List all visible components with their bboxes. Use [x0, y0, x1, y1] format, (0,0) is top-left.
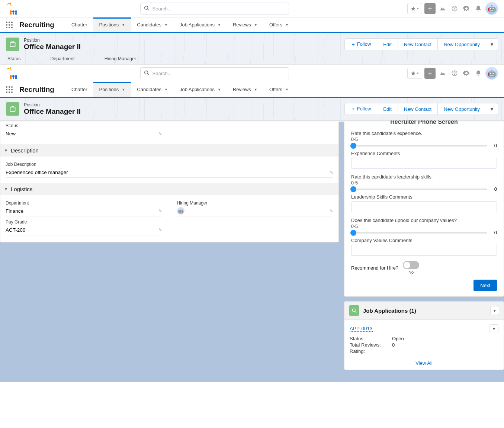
- pencil-icon[interactable]: ✎: [158, 131, 162, 136]
- edit-button[interactable]: Edit: [377, 103, 398, 115]
- nav-tab-reviews[interactable]: Reviews▼: [227, 17, 263, 32]
- slider-thumb[interactable]: [350, 186, 356, 192]
- pencil-icon[interactable]: ✎: [330, 209, 333, 214]
- setup-icon[interactable]: [462, 68, 471, 78]
- question-experience: Rate this candidate's experience. 0-5 0 …: [351, 131, 497, 169]
- nav-tab-reviews[interactable]: Reviews▼: [227, 82, 263, 97]
- nav-tab-chatter[interactable]: Chatter: [65, 82, 93, 97]
- field-label: Pay Grade: [6, 219, 162, 225]
- view-all-link[interactable]: View All: [415, 360, 432, 366]
- nav-tab-label: Chatter: [71, 87, 87, 92]
- chevron-down-icon[interactable]: ▼: [254, 23, 257, 27]
- user-avatar[interactable]: 🤖: [485, 2, 498, 15]
- chevron-down-icon[interactable]: ▼: [254, 88, 257, 91]
- user-avatar-icon: 🤖: [177, 207, 184, 215]
- global-search-input[interactable]: [140, 3, 289, 15]
- more-actions-button[interactable]: ▼: [486, 103, 498, 115]
- leadership-comments-input[interactable]: [351, 201, 497, 212]
- global-actions-button[interactable]: [424, 68, 436, 79]
- follow-button[interactable]: ＋Follow: [344, 103, 378, 115]
- help-icon[interactable]: [450, 4, 459, 13]
- nav-tab-label: Offers: [269, 22, 282, 28]
- slider-thumb[interactable]: [350, 143, 356, 149]
- chevron-down-icon[interactable]: ▼: [164, 88, 168, 91]
- help-icon[interactable]: [450, 68, 459, 78]
- svg-rect-18: [10, 42, 15, 47]
- chevron-down-icon[interactable]: ▼: [218, 88, 221, 91]
- nav-tab-chatter[interactable]: Chatter: [65, 17, 93, 32]
- field-department[interactable]: Department Finance ✎: [6, 200, 162, 216]
- next-button[interactable]: Next: [473, 280, 497, 291]
- favorites-button[interactable]: ▾: [407, 3, 422, 14]
- new-opportunity-button[interactable]: New Opportunity: [438, 103, 486, 115]
- app-launcher-icon[interactable]: [4, 85, 14, 94]
- nav-tab-positions[interactable]: Positions▼: [93, 82, 131, 97]
- nav-tab-positions[interactable]: Positions▼: [93, 17, 131, 32]
- notifications-icon[interactable]: [473, 68, 483, 78]
- leadership-slider[interactable]: [351, 189, 487, 190]
- chevron-down-icon[interactable]: ▼: [122, 88, 125, 91]
- global-header-sticky: ▾ 🤖: [0, 65, 504, 82]
- new-opportunity-button[interactable]: New Opportunity: [438, 38, 486, 50]
- svg-point-19: [10, 75, 12, 77]
- nav-bar-sticky: Recruiting Chatter Positions▼ Candidates…: [0, 82, 504, 98]
- edit-button[interactable]: Edit: [377, 38, 398, 50]
- related-menu-button[interactable]: ▼: [490, 306, 499, 315]
- related-item-menu-button[interactable]: ▼: [489, 324, 498, 333]
- section-logistics[interactable]: ▼ Logistics: [0, 183, 338, 195]
- nav-tab-job-applications[interactable]: Job Applications▼: [174, 82, 227, 97]
- nav-tab-label: Reviews: [233, 22, 251, 28]
- nav-tab-label: Job Applications: [180, 22, 215, 28]
- user-avatar[interactable]: 🤖: [485, 67, 498, 80]
- new-contact-button[interactable]: New Contact: [398, 103, 438, 115]
- field-hiring-manager[interactable]: Hiring Manager 🤖 ✎: [177, 200, 334, 216]
- field-job-description[interactable]: Job Description Experienced office manag…: [6, 162, 333, 178]
- chevron-down-icon[interactable]: ▼: [285, 23, 289, 27]
- chevron-down-icon[interactable]: ▼: [164, 23, 168, 27]
- guidance-icon[interactable]: [438, 4, 447, 13]
- favorites-button[interactable]: ▾: [407, 68, 422, 79]
- question-prompt: Rate this candidate's leadership skills.: [351, 174, 497, 180]
- values-comments-input[interactable]: [351, 245, 497, 256]
- chevron-down-icon[interactable]: ▼: [285, 88, 289, 91]
- experience-comments-input[interactable]: [351, 158, 497, 169]
- svg-point-35: [9, 91, 10, 93]
- nav-tab-candidates[interactable]: Candidates▼: [131, 82, 174, 97]
- experience-slider[interactable]: [351, 145, 487, 147]
- record-title: Office Manager II: [24, 107, 81, 116]
- chevron-down-icon[interactable]: ▼: [218, 23, 221, 27]
- setup-icon[interactable]: [462, 4, 471, 13]
- field-pay-grade[interactable]: Pay Grade ACT-200 ✎: [6, 219, 162, 235]
- pencil-icon[interactable]: ✎: [158, 209, 162, 214]
- nav-tab-offers[interactable]: Offers▼: [263, 17, 295, 32]
- pencil-icon[interactable]: ✎: [158, 228, 162, 233]
- question-prompt: Does this candidate uphold our company v…: [351, 218, 497, 223]
- notifications-icon[interactable]: [473, 4, 483, 13]
- app-launcher-icon[interactable]: [4, 20, 14, 30]
- chevron-down-icon[interactable]: ▼: [122, 23, 125, 27]
- section-description[interactable]: ▼ Description: [0, 144, 338, 157]
- follow-button[interactable]: ＋Follow: [344, 38, 378, 50]
- related-job-applications-card: Job Applications (1) ▼ APP-0013 ▼ Status…: [344, 301, 504, 370]
- slider-thumb[interactable]: [350, 230, 356, 236]
- more-actions-button[interactable]: ▼: [486, 38, 498, 50]
- related-item-link[interactable]: APP-0013: [350, 326, 373, 332]
- svg-point-11: [11, 22, 13, 23]
- related-title[interactable]: Job Applications (1): [363, 308, 416, 314]
- guidance-icon[interactable]: [438, 68, 447, 78]
- global-actions-button[interactable]: [424, 3, 436, 14]
- new-contact-button[interactable]: New Contact: [398, 38, 438, 50]
- nav-tab-offers[interactable]: Offers▼: [263, 82, 295, 97]
- nav-tab-candidates[interactable]: Candidates▼: [131, 17, 174, 32]
- recommend-toggle[interactable]: [403, 261, 419, 269]
- highlight-status-label: Status: [7, 56, 20, 61]
- svg-point-1: [12, 10, 15, 13]
- svg-point-28: [6, 86, 7, 88]
- global-search-input[interactable]: [140, 67, 289, 79]
- field-status[interactable]: Status New ✎: [6, 123, 162, 139]
- nav-tab-job-applications[interactable]: Job Applications▼: [174, 17, 227, 32]
- pencil-icon[interactable]: ✎: [330, 170, 333, 175]
- values-slider[interactable]: [351, 232, 487, 234]
- object-label: Position: [24, 102, 81, 107]
- field-label: Hiring Manager: [177, 200, 334, 206]
